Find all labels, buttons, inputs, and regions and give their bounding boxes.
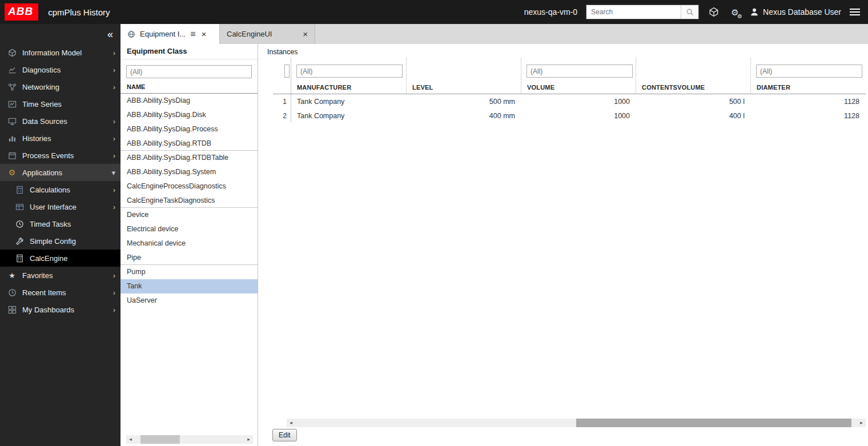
clipped-filter-input[interactable]	[284, 65, 290, 78]
search-button[interactable]	[681, 5, 698, 19]
sidebar-item-label: Applications	[22, 168, 62, 177]
cell-level: 500 mm	[406, 94, 521, 109]
column-header[interactable]: VOLUME	[527, 84, 554, 91]
tab-close-icon[interactable]: ×	[202, 30, 207, 38]
topbar-right: nexus-qa-vm-0	[524, 5, 860, 19]
sidebar-item-recent-items[interactable]: Recent Items ›	[0, 284, 120, 301]
scroll-track[interactable]	[295, 419, 857, 427]
sidebar-item-diagnostics[interactable]: Diagnostics ›	[0, 61, 120, 78]
sidebar-item-applications[interactable]: ⚙ Applications ▾	[0, 164, 120, 181]
timed-tasks-icon	[15, 219, 24, 228]
equipment-class-row[interactable]: Device	[120, 208, 258, 222]
tab-label: Equipment I...	[140, 30, 186, 38]
column-header[interactable]: CONTENTSVOLUME	[642, 84, 705, 91]
sidebar-item-label: Networking	[22, 83, 59, 91]
equipment-class-row[interactable]: Pump	[120, 265, 258, 279]
sidebar-item-label: Data Sources	[22, 117, 67, 126]
sidebar-item-information-model[interactable]: Information Model ›	[0, 44, 120, 61]
scroll-left-icon[interactable]: ◂	[287, 419, 295, 427]
volume-filter-input[interactable]	[527, 65, 633, 78]
cell-diameter: 1128	[750, 94, 865, 109]
sidebar-item-favorites[interactable]: ★ Favorites ›	[0, 267, 120, 284]
table-row[interactable]: 1 Tank Company 500 mm 1000 500 l 1128	[273, 94, 866, 109]
sidebar-item-histories[interactable]: Histories ›	[0, 130, 120, 147]
scroll-thumb[interactable]	[576, 419, 851, 427]
equipment-tab-icon	[127, 30, 135, 38]
abb-logo: ABB	[5, 3, 38, 21]
scroll-thumb[interactable]	[140, 435, 180, 444]
search-input[interactable]	[586, 5, 681, 19]
equipment-class-row[interactable]: ABB.Ability.SysDiag.Process	[120, 122, 258, 136]
chevron-right-icon: ›	[113, 83, 115, 91]
scroll-left-icon[interactable]: ◂	[126, 435, 135, 444]
equipment-class-name-header[interactable]: NAME	[120, 82, 258, 94]
sidebar-item-label: Time Series	[22, 100, 62, 109]
chevron-right-icon: ›	[113, 272, 115, 279]
chevron-right-icon: ›	[113, 152, 115, 159]
equipment-class-row[interactable]: UaServer	[120, 294, 258, 308]
sidebar-item-timed-tasks[interactable]: Timed Tasks	[0, 215, 120, 232]
tab-calcengineui[interactable]: CalcEngineUI ×	[220, 24, 315, 44]
instances-hscrollbar[interactable]: ◂ ▸	[287, 419, 866, 427]
cell-contentsvolume: 400 l	[636, 109, 750, 123]
sidebar-item-process-events[interactable]: Process Events ›	[0, 147, 120, 164]
cell-manufacturer: Tank Company	[291, 109, 406, 123]
column-header[interactable]: DIAMETER	[757, 84, 790, 91]
sidebar-item-data-sources[interactable]: Data Sources ›	[0, 112, 120, 130]
user-menu[interactable]: Nexus Database User	[750, 7, 841, 17]
top-bar: ABB cpmPlus History nexus-qa-vm-0	[0, 0, 868, 24]
services-gears-icon[interactable]: ⚙ ⚙	[729, 6, 741, 18]
sidebar-item-networking[interactable]: Networking ›	[0, 78, 120, 95]
scroll-right-icon[interactable]: ▸	[244, 435, 253, 444]
column-volume: VOLUME	[521, 57, 636, 94]
sidebar-item-simple-config[interactable]: Simple Config	[0, 232, 120, 250]
equipment-class-row[interactable]: ABB.Ability.SysDiag.System	[120, 165, 258, 179]
applications-icon: ⚙	[7, 168, 17, 177]
equipment-class-row[interactable]: CalcEngineTaskDiagnostics	[120, 194, 258, 208]
manufacturer-filter-input[interactable]	[296, 65, 403, 78]
search-icon	[686, 8, 694, 17]
equipment-class-filter-input[interactable]	[126, 65, 252, 78]
tab-equipment-instances[interactable]: Equipment I... ≡ ×	[120, 24, 220, 44]
edit-button[interactable]: Edit	[272, 429, 297, 441]
diameter-filter-input[interactable]	[756, 65, 862, 78]
equipment-class-panel: Equipment Class NAME ABB.Ability.SysDiag…	[120, 44, 258, 446]
equipment-class-row[interactable]: ABB.Ability.SysDiag	[120, 94, 258, 108]
app-title: cpmPlus History	[48, 7, 110, 17]
data-sources-icon	[7, 116, 17, 126]
equipment-class-row[interactable]: ABB.Ability.SysDiag.RTDBTable	[120, 151, 258, 165]
column-header[interactable]: LEVEL	[412, 84, 433, 91]
equipment-class-row[interactable]: Electrical device	[120, 222, 258, 236]
main-menu-icon[interactable]	[850, 7, 860, 17]
sidebar-item-time-series[interactable]: Time Series	[0, 95, 120, 112]
networking-icon	[7, 82, 17, 91]
collapse-sidebar-icon[interactable]: «	[107, 29, 113, 39]
column-header[interactable]: MANUFACTURER	[297, 84, 351, 91]
model-cube-icon[interactable]	[708, 6, 720, 18]
sidebar-item-label: Calculations	[30, 186, 70, 194]
tab-close-icon[interactable]: ×	[303, 30, 308, 38]
equipment-class-row[interactable]: CalcEngineProcessDiagnostics	[120, 179, 258, 194]
favorites-star-icon: ★	[7, 271, 17, 280]
chevron-down-icon: ▾	[111, 169, 115, 176]
sidebar-item-calcengine[interactable]: CalcEngine	[0, 250, 120, 267]
equipment-class-row[interactable]: Pipe	[120, 251, 258, 265]
equipment-class-hscrollbar[interactable]: ◂ ▸	[126, 435, 253, 444]
simple-config-icon	[15, 236, 24, 246]
column-manufacturer: MANUFACTURER	[291, 57, 406, 94]
row-number-header-cell	[273, 57, 291, 94]
table-row[interactable]: 2 Tank Company 400 mm 1000 400 l 1128	[273, 109, 866, 123]
chevron-right-icon: ›	[113, 289, 115, 296]
scroll-track[interactable]	[135, 435, 244, 444]
equipment-class-row[interactable]: Mechanical device	[120, 236, 258, 251]
sidebar-item-calculations[interactable]: Calculations ›	[0, 181, 120, 198]
tab-menu-icon[interactable]: ≡	[190, 30, 195, 39]
sidebar-item-user-interface[interactable]: User Interface ›	[0, 198, 120, 215]
calcengine-icon	[15, 254, 24, 263]
equipment-class-row-selected[interactable]: Tank	[120, 279, 258, 294]
sidebar-item-my-dashboards[interactable]: My Dashboards ›	[0, 301, 120, 318]
equipment-class-row[interactable]: ABB.Ability.SysDiag.Disk	[120, 108, 258, 122]
sidebar-item-label: Histories	[22, 134, 51, 143]
equipment-class-row[interactable]: ABB.Ability.SysDiag.RTDB	[120, 136, 258, 151]
scroll-right-icon[interactable]: ▸	[857, 419, 866, 427]
